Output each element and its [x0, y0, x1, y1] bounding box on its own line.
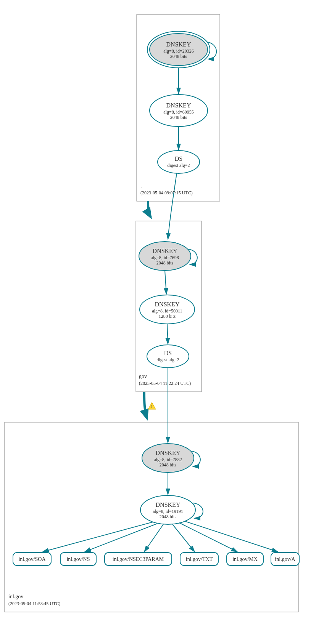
root-zsk-title: DNSKEY	[166, 102, 191, 109]
node-root-ds	[158, 151, 200, 173]
svg-text:!: !	[151, 404, 153, 409]
edge-gov-zsk-ds	[167, 324, 168, 344]
gov-zsk-bits: 1280 bits	[159, 314, 176, 319]
gov-ds-title: DS	[164, 350, 172, 356]
record-mx-text: inl.gov/MX	[232, 556, 258, 562]
root-zsk-alg: alg=8, id=60955	[163, 109, 194, 115]
gov-ksk-title: DNSKEY	[153, 248, 177, 254]
gov-zsk-alg: alg=8, id=50011	[152, 308, 182, 314]
root-ds-digest: digest alg=2	[167, 163, 190, 168]
record-txt-text: inl.gov/TXT	[186, 556, 213, 562]
gov-zsk-title: DNSKEY	[155, 301, 180, 308]
zone-label-gov: gov	[139, 373, 147, 379]
inl-zsk-title: DNSKEY	[156, 501, 181, 508]
edge-gov-to-inlgov-delegation	[144, 392, 147, 418]
zone-date-inlgov: (2023-05-04 11:53:45 UTC)	[8, 601, 60, 606]
gov-ksk-alg: alg=8, id=7698	[151, 255, 179, 260]
zone-label-inlgov: inl.gov	[8, 594, 23, 599]
record-a-text: inl.gov/A	[275, 556, 295, 562]
gov-ksk-bits: 2048 bits	[156, 260, 174, 266]
edge-root-ksk-self	[207, 42, 216, 59]
edge-root-to-gov-delegation	[148, 201, 151, 217]
record-nsec3param-text: inl.gov/NSEC3PARAM	[113, 556, 164, 562]
zone-date-gov: (2023-05-04 11:22:24 UTC)	[139, 381, 191, 386]
node-gov-ds	[147, 345, 189, 368]
root-zsk-bits: 2048 bits	[170, 115, 187, 120]
inl-zsk-bits: 2048 bits	[160, 514, 177, 519]
inl-ksk-title: DNSKEY	[156, 450, 181, 456]
root-ksk-title: DNSKEY	[166, 41, 191, 48]
record-soa-text: inl.gov/SOA	[18, 556, 46, 562]
edge-zsk-mx	[179, 523, 237, 552]
edge-zsk-a	[185, 521, 278, 552]
edge-gov-ksk-zsk	[165, 271, 166, 294]
warning-icon: !	[148, 402, 156, 409]
zone-label-root: .	[140, 183, 142, 189]
root-ds-title: DS	[175, 155, 182, 162]
record-ns-text: inl.gov/NS	[66, 556, 90, 562]
zone-date-root: (2023-05-04 09:07:15 UTC)	[140, 190, 193, 195]
inl-zsk-alg: alg=8, id=19191	[153, 509, 183, 514]
inl-ksk-bits: 2048 bits	[160, 462, 177, 468]
edge-root-ds-to-gov-ksk	[168, 173, 177, 239]
edge-zsk-nsec3	[144, 524, 163, 552]
root-ksk-alg: alg=8, id=20326	[163, 48, 194, 54]
inl-ksk-alg: alg=8, id=7882	[154, 457, 182, 462]
root-ksk-bits: 2048 bits	[170, 54, 187, 59]
edge-zsk-soa	[43, 522, 153, 552]
gov-ds-digest: digest alg=2	[156, 357, 179, 362]
dnssec-graph: DNSKEY alg=8, id=20326 2048 bits DNSKEY …	[0, 0, 324, 644]
